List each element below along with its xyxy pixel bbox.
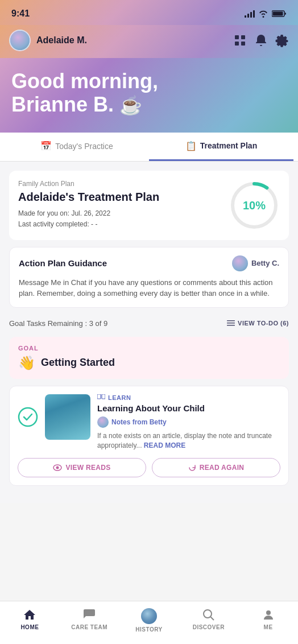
history-avatar: [141, 608, 157, 624]
nav-care-team[interactable]: CARE TEAM: [60, 606, 119, 635]
wifi-icon: [258, 10, 268, 18]
view-reads-button[interactable]: VIEW READS: [18, 458, 146, 477]
gear-icon[interactable]: [275, 34, 289, 47]
nav-care-team-label: CARE TEAM: [71, 624, 107, 630]
svg-point-18: [266, 610, 271, 615]
view-todo-label: VIEW TO-DO (6): [238, 320, 289, 327]
signal-icon: [245, 10, 255, 18]
svg-rect-13: [102, 394, 105, 399]
goal-tasks-bar: Goal Tasks Remaining : 3 of 9 VIEW TO-DO…: [9, 315, 289, 332]
read-more-link[interactable]: READ MORE: [144, 441, 185, 449]
read-again-label: READ AGAIN: [200, 464, 245, 472]
activity-author: Notes from Betty: [97, 416, 280, 428]
home-icon: [23, 608, 36, 622]
eye-icon: [53, 464, 62, 471]
tab-practice[interactable]: 📅 Today's Practice: [5, 133, 149, 161]
greeting-line1: Good morning,: [11, 69, 158, 93]
goal-emoji: 👋: [18, 355, 35, 371]
tab-treatment[interactable]: 📋 Treatment Plan: [149, 133, 293, 161]
svg-rect-1: [273, 12, 283, 16]
header-icons: [233, 34, 289, 47]
svg-line-17: [210, 617, 214, 621]
status-bar: 9:41: [0, 0, 298, 25]
svg-rect-12: [97, 394, 101, 399]
main-content: Family Action Plan Adelaide's Treatment …: [0, 162, 298, 503]
person-icon: [262, 608, 275, 622]
learn-icon: [97, 394, 105, 401]
treatment-plan-card: Family Action Plan Adelaide's Treatment …: [9, 171, 289, 240]
nav-discover[interactable]: DISCOVER: [179, 606, 238, 635]
activity-type-label: LEARN: [108, 394, 131, 401]
activity-image: [45, 394, 90, 440]
goal-label: GOAL: [18, 345, 280, 352]
nav-history-label: HISTORY: [135, 626, 162, 633]
read-again-button[interactable]: READ AGAIN: [152, 458, 280, 477]
clipboard-icon: 📋: [185, 141, 197, 151]
svg-rect-2: [235, 35, 239, 39]
nav-me[interactable]: ME: [238, 606, 298, 635]
made-for-date: Jul. 26, 2022: [71, 209, 110, 217]
bottom-nav: HOME CARE TEAM HISTORY DISCOVER ME: [0, 601, 298, 644]
svg-point-15: [56, 467, 59, 469]
action-plan-header: Action Plan Guidance Betty C.: [19, 255, 279, 271]
nav-history[interactable]: HISTORY: [119, 606, 179, 635]
view-todo-button[interactable]: VIEW TO-DO (6): [227, 319, 289, 327]
svg-point-16: [204, 610, 212, 618]
nav-me-label: ME: [264, 624, 273, 630]
nav-discover-label: DISCOVER: [193, 624, 225, 630]
grid-icon[interactable]: [233, 34, 247, 47]
made-for-label: Made for you on:: [18, 209, 69, 217]
activity-type: LEARN: [97, 394, 280, 401]
tab-bar: 📅 Today's Practice 📋 Treatment Plan: [0, 133, 298, 162]
status-time: 9:41: [11, 9, 30, 19]
last-activity-value: - -: [91, 220, 97, 228]
plan-meta: Made for you on: Jul. 26, 2022 Last acti…: [18, 208, 222, 230]
tab-treatment-label: Treatment Plan: [200, 141, 257, 150]
treatment-info: Family Action Plan Adelaide's Treatment …: [18, 180, 222, 230]
refresh-icon: [188, 464, 196, 472]
app-header: Adelaide M.: [0, 25, 298, 58]
svg-rect-9: [227, 323, 235, 324]
view-reads-label: VIEW READS: [65, 464, 110, 472]
svg-rect-10: [227, 325, 235, 326]
svg-rect-8: [227, 320, 235, 321]
svg-rect-4: [235, 42, 239, 46]
last-activity-label: Last activity completed:: [18, 220, 89, 228]
progress-circle: 10%: [229, 180, 280, 231]
status-icons: [245, 10, 287, 18]
author-avatar: [97, 416, 109, 428]
nav-home-label: HOME: [20, 624, 39, 630]
betty-badge: Betty C.: [232, 255, 279, 271]
greeting-line2: Brianne B.: [11, 93, 114, 116]
bell-icon[interactable]: [255, 34, 267, 47]
calendar-icon: 📅: [40, 141, 52, 151]
goal-tasks-text: Goal Tasks Remaining : 3 of 9: [9, 319, 107, 328]
activity-description: If a note exists on an article, display …: [97, 431, 280, 451]
greeting-banner: Good morning, Brianne B. ☕: [0, 58, 298, 133]
battery-icon: [272, 10, 287, 18]
goal-title: 👋 Getting Started: [18, 355, 280, 371]
activity-main: LEARN Learning About Your Child Notes fr…: [18, 394, 280, 451]
avatar[interactable]: [9, 30, 31, 51]
list-icon: [227, 319, 235, 327]
plan-title: Adelaide's Treatment Plan: [18, 190, 222, 204]
action-buttons: VIEW READS READ AGAIN: [18, 458, 280, 477]
svg-point-11: [19, 408, 37, 426]
nav-home[interactable]: HOME: [0, 606, 60, 635]
header-left: Adelaide M.: [9, 30, 87, 51]
betty-name: Betty C.: [251, 259, 279, 267]
progress-label: 10%: [243, 199, 266, 212]
author-name: Notes from Betty: [111, 418, 167, 426]
activity-content: LEARN Learning About Your Child Notes fr…: [97, 394, 280, 451]
plan-label: Family Action Plan: [18, 180, 222, 188]
activity-title: Learning About Your Child: [97, 403, 280, 413]
action-plan-title: Action Plan Guidance: [19, 258, 107, 268]
svg-rect-3: [241, 35, 245, 39]
betty-avatar: [232, 255, 248, 271]
greeting-emoji: ☕: [119, 95, 142, 115]
tab-practice-label: Today's Practice: [55, 142, 113, 151]
goal-title-text: Getting Started: [41, 357, 115, 369]
action-plan-text: Message Me in Chat if you have any quest…: [19, 277, 279, 299]
greeting-text: Good morning, Brianne B. ☕: [11, 69, 287, 117]
activity-card: LEARN Learning About Your Child Notes fr…: [9, 386, 289, 486]
